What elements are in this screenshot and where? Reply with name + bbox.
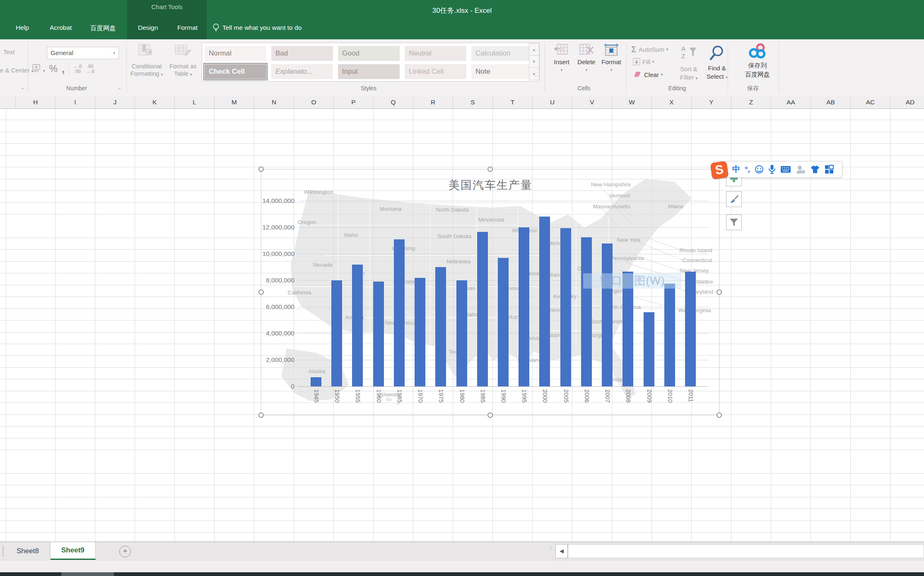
column-header-N[interactable]: N [254, 96, 294, 108]
tab-acrobat[interactable]: Acrobat [50, 24, 72, 31]
bar-1950[interactable] [331, 280, 342, 386]
column-header-AD[interactable]: AD [890, 96, 924, 108]
bar-2005[interactable] [560, 228, 571, 386]
sogou-ime-toolbar[interactable]: S 中 °, s [713, 161, 842, 178]
insert-cells-button[interactable]: Insert▾ [550, 43, 573, 83]
column-header-T[interactable]: T [493, 96, 533, 108]
clear-button[interactable]: Clear▾ [633, 71, 663, 78]
fill-button[interactable]: Fill▾ [633, 58, 654, 65]
autosum-button[interactable]: Σ AutoSum▾ [631, 44, 668, 54]
chart-object[interactable]: 美国汽车生产量 WashingtonOregonIdahoMontanaNeva… [261, 169, 719, 415]
style-chip-calculation[interactable]: Calculation [471, 46, 533, 61]
increase-decimal-button[interactable]: ←.0.00 [73, 64, 82, 74]
dialog-launcher-icon[interactable]: ⌐ [22, 86, 24, 91]
selection-handle-middle-right[interactable] [717, 289, 722, 295]
bar-2000[interactable] [539, 217, 550, 386]
bar-1990[interactable] [498, 258, 509, 386]
column-header-Z[interactable]: Z [731, 96, 771, 108]
column-header-Y[interactable]: Y [692, 96, 731, 108]
column-header-H[interactable]: H [16, 96, 55, 108]
skin-icon[interactable] [810, 165, 820, 174]
find-select-button[interactable]: Find & Select ▾ [707, 44, 727, 80]
column-header-U[interactable]: U [533, 96, 572, 108]
bar-1955[interactable] [352, 265, 363, 386]
delete-cells-button[interactable]: Delete▾ [575, 43, 598, 83]
sheet-tab-sheet8[interactable]: Sheet8 [6, 542, 50, 560]
chart-filters-button[interactable] [726, 214, 742, 230]
style-chip-bad[interactable]: Bad [271, 46, 333, 61]
selection-handle-top-left[interactable] [258, 166, 264, 172]
punctuation-mode-icon[interactable]: °, [745, 161, 750, 178]
bar-2009[interactable] [644, 312, 654, 386]
tab-baidu-netdisk[interactable]: 百度网盘 [90, 24, 116, 33]
bar-1985[interactable] [477, 232, 488, 386]
gallery-more-button[interactable]: ▼̲ [529, 68, 539, 80]
sort-filter-button[interactable]: A Z Sort & Filter ▾ [680, 44, 697, 81]
chart-styles-button[interactable] [726, 191, 742, 207]
column-header-G[interactable]: G [0, 96, 16, 108]
toolbox-icon[interactable] [825, 165, 834, 174]
column-header-J[interactable]: J [95, 96, 135, 108]
style-chip-explanato-[interactable]: Explanato... [271, 64, 333, 79]
column-header-I[interactable]: I [55, 96, 95, 108]
format-cells-button[interactable]: Format▾ [600, 43, 623, 83]
selection-handle-middle-left[interactable] [258, 289, 264, 295]
tab-help[interactable]: Help [16, 24, 29, 31]
conditional-formatting-button[interactable]: ≠ Conditional Formatting ▾ [128, 43, 165, 84]
column-header-R[interactable]: R [413, 96, 453, 108]
style-chip-normal[interactable]: Normal [205, 46, 266, 61]
selection-handle-bottom-right[interactable] [717, 412, 722, 418]
style-chip-linked-cell[interactable]: Linked Cell [405, 64, 466, 79]
merge-center-fragment[interactable]: e & Center ▾ [0, 67, 33, 74]
column-header-AB[interactable]: AB [811, 96, 851, 108]
sogou-logo-icon[interactable]: S [710, 161, 729, 179]
column-header-M[interactable]: M [215, 96, 254, 108]
decrease-decimal-button[interactable]: .00→.0 [86, 64, 94, 74]
bar-2006[interactable] [581, 237, 592, 386]
style-chip-note[interactable]: Note [471, 64, 533, 79]
bar-2010[interactable] [664, 284, 675, 386]
chinese-mode-icon[interactable]: 中 [732, 161, 740, 178]
bar-1945[interactable] [311, 377, 321, 386]
column-header-L[interactable]: L [175, 96, 215, 108]
bar-1995[interactable] [519, 227, 529, 386]
selection-handle-bottom-center[interactable] [487, 412, 493, 418]
dialog-launcher-icon[interactable]: ⌐ [118, 86, 121, 91]
bar-2011[interactable] [685, 272, 696, 386]
bar-1980[interactable] [456, 280, 467, 386]
bar-2007[interactable] [602, 243, 613, 386]
accounting-format-button[interactable]: ▾ [32, 64, 45, 74]
column-header-AA[interactable]: AA [771, 96, 811, 108]
selection-handle-top-center[interactable] [487, 166, 493, 172]
column-header-AC[interactable]: AC [851, 96, 890, 108]
column-header-O[interactable]: O [294, 96, 334, 108]
emoji-icon[interactable] [755, 165, 764, 174]
style-chip-check-cell[interactable]: Check Cell [205, 64, 266, 79]
save-to-baidu-button[interactable]: 保存到 百度网盘 [740, 43, 775, 79]
tab-design[interactable]: Design [138, 24, 158, 31]
comma-style-button[interactable]: , [62, 67, 65, 71]
column-header-S[interactable]: S [453, 96, 493, 108]
selection-handle-bottom-left[interactable] [258, 412, 264, 418]
horizontal-scrollbar[interactable] [568, 544, 924, 558]
column-header-P[interactable]: P [334, 96, 374, 108]
column-header-Q[interactable]: Q [374, 96, 413, 108]
bar-1975[interactable] [435, 267, 446, 386]
column-header-X[interactable]: X [652, 96, 692, 108]
bar-2008[interactable] [622, 272, 633, 386]
scrollbar-splitter-dots[interactable]: ⋮ [548, 546, 553, 549]
gallery-scroll-down-button[interactable]: ▼ [529, 55, 539, 68]
keyboard-icon[interactable] [780, 166, 791, 173]
percent-style-button[interactable]: % [49, 63, 58, 75]
sheet-tab-sheet9[interactable]: Sheet9 [51, 542, 96, 560]
scroll-left-button[interactable]: ◀ [555, 544, 568, 558]
gallery-scroll-up-button[interactable]: ▲ [529, 43, 539, 55]
style-chip-input[interactable]: Input [338, 64, 400, 79]
tellme-box[interactable]: Tell me what you want to do [212, 23, 302, 32]
column-header-W[interactable]: W [612, 96, 652, 108]
column-header-K[interactable]: K [135, 96, 175, 108]
style-chip-good[interactable]: Good [338, 46, 400, 61]
bar-1970[interactable] [415, 278, 425, 386]
style-chip-neutral[interactable]: Neutral [405, 46, 466, 61]
add-sheet-button[interactable]: + [119, 546, 131, 557]
